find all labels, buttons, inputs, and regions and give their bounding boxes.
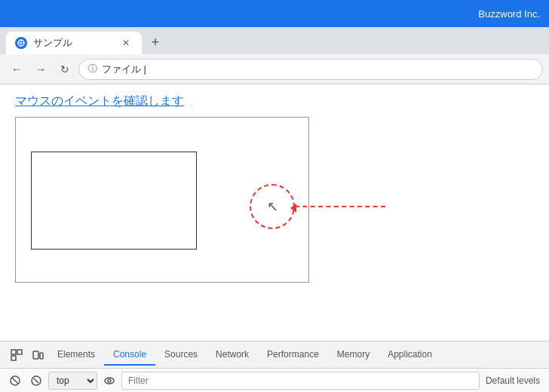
eye-icon[interactable] <box>100 372 118 390</box>
address-info-icon: ⓘ <box>88 63 97 75</box>
new-tab-button[interactable]: + <box>145 32 166 53</box>
tab-console[interactable]: Console <box>104 345 155 366</box>
page-title: マウスのイベントを確認します <box>15 93 534 109</box>
tab-bar: サンプル ✕ + <box>0 27 549 54</box>
address-text: ファイル | <box>102 63 146 76</box>
devtools-device-button[interactable] <box>27 345 48 366</box>
cursor-icon: ↖ <box>267 198 278 215</box>
devtools-inspect-button[interactable] <box>6 345 27 366</box>
svg-line-11 <box>34 378 38 383</box>
browser-tab[interactable]: サンプル ✕ <box>6 32 142 54</box>
tab-elements[interactable]: Elements <box>48 345 104 366</box>
tab-network[interactable]: Network <box>207 345 258 366</box>
arrow-line <box>295 206 385 207</box>
devtools-toolbar: top Default levels <box>0 369 549 392</box>
devtools-panel: Elements Console Sources Network Perform… <box>0 341 549 392</box>
svg-line-9 <box>12 378 18 384</box>
forward-button[interactable]: → <box>30 59 51 80</box>
tab-application[interactable]: Application <box>379 345 441 366</box>
cursor-circle: ↖ <box>250 184 295 229</box>
svg-rect-7 <box>40 353 43 359</box>
svg-point-12 <box>105 378 114 384</box>
svg-point-13 <box>108 379 111 382</box>
tab-close-button[interactable]: ✕ <box>119 36 133 50</box>
tab-sources[interactable]: Sources <box>155 345 207 366</box>
context-select[interactable]: top <box>48 372 97 390</box>
tab-favicon <box>15 37 27 49</box>
tab-performance[interactable]: Performance <box>258 345 328 366</box>
svg-rect-5 <box>11 356 16 360</box>
svg-rect-3 <box>11 350 16 354</box>
tab-title: サンプル <box>33 36 113 50</box>
reload-button[interactable]: ↻ <box>54 59 75 80</box>
tab-memory[interactable]: Memory <box>328 345 379 366</box>
address-bar: ← → ↻ ⓘ ファイル | <box>0 54 549 84</box>
company-name: Buzzword Inc. <box>478 8 540 20</box>
title-bar: Buzzword Inc. <box>0 0 549 27</box>
devtools-tabs: Elements Console Sources Network Perform… <box>0 341 549 369</box>
svg-rect-6 <box>33 351 38 359</box>
svg-rect-4 <box>17 350 22 354</box>
filter-input[interactable] <box>121 372 480 390</box>
default-levels-label: Default levels <box>483 375 543 386</box>
clear-console-button[interactable] <box>6 372 24 390</box>
address-input[interactable]: ⓘ ファイル | <box>78 59 543 80</box>
back-button[interactable]: ← <box>6 59 27 80</box>
inner-box <box>31 152 197 250</box>
page-content: マウスのイベントを確認します ↖ <box>0 84 549 341</box>
filter-icon[interactable] <box>27 372 45 390</box>
canvas-area: ↖ <box>15 117 309 283</box>
